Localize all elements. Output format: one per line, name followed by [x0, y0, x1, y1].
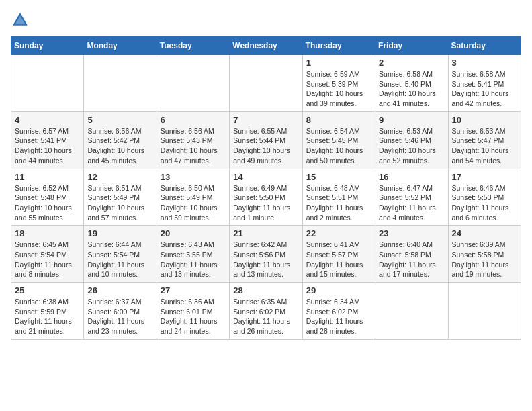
day-number: 17	[452, 172, 517, 182]
calendar-cell: 24Sunrise: 6:39 AM Sunset: 5:58 PM Dayli…	[448, 226, 521, 283]
calendar-cell: 16Sunrise: 6:47 AM Sunset: 5:52 PM Dayli…	[375, 169, 448, 226]
day-number: 10	[452, 115, 517, 125]
calendar-week-row: 4Sunrise: 6:57 AM Sunset: 5:41 PM Daylig…	[11, 111, 521, 169]
day-info: Sunrise: 6:39 AM Sunset: 5:58 PM Dayligh…	[452, 240, 517, 279]
day-info: Sunrise: 6:36 AM Sunset: 6:01 PM Dayligh…	[161, 297, 226, 336]
day-info: Sunrise: 6:46 AM Sunset: 5:53 PM Dayligh…	[452, 183, 517, 223]
calendar-cell	[448, 283, 521, 340]
day-info: Sunrise: 6:35 AM Sunset: 6:02 PM Dayligh…	[233, 297, 298, 336]
day-info: Sunrise: 6:40 AM Sunset: 5:58 PM Dayligh…	[379, 240, 444, 279]
calendar-cell: 1Sunrise: 6:59 AM Sunset: 5:39 PM Daylig…	[302, 55, 375, 112]
calendar-cell: 5Sunrise: 6:56 AM Sunset: 5:42 PM Daylig…	[84, 111, 157, 169]
day-info: Sunrise: 6:42 AM Sunset: 5:56 PM Dayligh…	[233, 240, 298, 279]
day-number: 8	[306, 115, 371, 125]
day-number: 21	[233, 228, 298, 238]
day-info: Sunrise: 6:56 AM Sunset: 5:43 PM Dayligh…	[161, 126, 226, 166]
day-info: Sunrise: 6:47 AM Sunset: 5:52 PM Dayligh…	[379, 183, 444, 223]
day-info: Sunrise: 6:59 AM Sunset: 5:39 PM Dayligh…	[306, 69, 371, 109]
day-info: Sunrise: 6:34 AM Sunset: 6:02 PM Dayligh…	[306, 297, 371, 336]
day-number: 14	[233, 172, 298, 182]
day-info: Sunrise: 6:45 AM Sunset: 5:54 PM Dayligh…	[15, 240, 80, 279]
weekday-header: Wednesday	[230, 37, 302, 55]
day-number: 2	[379, 58, 444, 68]
calendar-cell: 12Sunrise: 6:51 AM Sunset: 5:49 PM Dayli…	[84, 169, 157, 226]
day-info: Sunrise: 6:52 AM Sunset: 5:48 PM Dayligh…	[15, 183, 80, 223]
day-number: 13	[161, 172, 226, 182]
calendar-cell: 21Sunrise: 6:42 AM Sunset: 5:56 PM Dayli…	[230, 226, 302, 283]
weekday-header: Saturday	[448, 37, 521, 55]
day-number: 7	[233, 115, 298, 125]
calendar-cell	[11, 55, 84, 112]
day-info: Sunrise: 6:53 AM Sunset: 5:46 PM Dayligh…	[379, 126, 444, 166]
calendar-cell	[375, 283, 448, 340]
calendar-week-row: 11Sunrise: 6:52 AM Sunset: 5:48 PM Dayli…	[11, 169, 521, 226]
day-info: Sunrise: 6:48 AM Sunset: 5:51 PM Dayligh…	[306, 183, 371, 223]
calendar-cell: 17Sunrise: 6:46 AM Sunset: 5:53 PM Dayli…	[448, 169, 521, 226]
day-info: Sunrise: 6:53 AM Sunset: 5:47 PM Dayligh…	[452, 126, 517, 166]
calendar-cell	[84, 55, 157, 112]
day-info: Sunrise: 6:44 AM Sunset: 5:54 PM Dayligh…	[87, 240, 152, 279]
day-number: 27	[161, 285, 226, 295]
calendar-cell: 7Sunrise: 6:55 AM Sunset: 5:44 PM Daylig…	[230, 111, 302, 169]
calendar-cell: 4Sunrise: 6:57 AM Sunset: 5:41 PM Daylig…	[11, 111, 84, 169]
day-number: 20	[161, 228, 226, 238]
calendar-cell	[157, 55, 229, 112]
calendar-cell	[230, 55, 302, 112]
day-number: 22	[306, 228, 371, 238]
day-number: 23	[379, 228, 444, 238]
logo-icon	[11, 11, 30, 30]
day-number: 15	[306, 172, 371, 182]
calendar-cell: 26Sunrise: 6:37 AM Sunset: 6:00 PM Dayli…	[84, 283, 157, 340]
day-info: Sunrise: 6:56 AM Sunset: 5:42 PM Dayligh…	[87, 126, 152, 166]
day-number: 24	[452, 228, 517, 238]
weekday-header: Sunday	[11, 37, 84, 55]
day-info: Sunrise: 6:55 AM Sunset: 5:44 PM Dayligh…	[233, 126, 298, 166]
weekday-header: Friday	[375, 37, 448, 55]
day-info: Sunrise: 6:38 AM Sunset: 5:59 PM Dayligh…	[15, 297, 80, 336]
calendar-cell: 27Sunrise: 6:36 AM Sunset: 6:01 PM Dayli…	[157, 283, 229, 340]
calendar-cell: 2Sunrise: 6:58 AM Sunset: 5:40 PM Daylig…	[375, 55, 448, 112]
calendar-cell: 20Sunrise: 6:43 AM Sunset: 5:55 PM Dayli…	[157, 226, 229, 283]
day-number: 19	[87, 228, 152, 238]
calendar-cell: 23Sunrise: 6:40 AM Sunset: 5:58 PM Dayli…	[375, 226, 448, 283]
calendar-cell: 28Sunrise: 6:35 AM Sunset: 6:02 PM Dayli…	[230, 283, 302, 340]
calendar-week-row: 1Sunrise: 6:59 AM Sunset: 5:39 PM Daylig…	[11, 55, 521, 112]
day-number: 18	[15, 228, 80, 238]
calendar-cell: 18Sunrise: 6:45 AM Sunset: 5:54 PM Dayli…	[11, 226, 84, 283]
day-number: 26	[87, 285, 152, 295]
calendar-cell: 29Sunrise: 6:34 AM Sunset: 6:02 PM Dayli…	[302, 283, 375, 340]
calendar-table: SundayMondayTuesdayWednesdayThursdayFrid…	[11, 36, 521, 340]
calendar-cell: 10Sunrise: 6:53 AM Sunset: 5:47 PM Dayli…	[448, 111, 521, 169]
day-number: 29	[306, 285, 371, 295]
day-info: Sunrise: 6:43 AM Sunset: 5:55 PM Dayligh…	[161, 240, 226, 279]
calendar-cell: 25Sunrise: 6:38 AM Sunset: 5:59 PM Dayli…	[11, 283, 84, 340]
logo	[11, 11, 32, 30]
day-number: 12	[87, 172, 152, 182]
day-info: Sunrise: 6:54 AM Sunset: 5:45 PM Dayligh…	[306, 126, 371, 166]
calendar-week-row: 18Sunrise: 6:45 AM Sunset: 5:54 PM Dayli…	[11, 226, 521, 283]
calendar-cell: 15Sunrise: 6:48 AM Sunset: 5:51 PM Dayli…	[302, 169, 375, 226]
calendar-cell: 11Sunrise: 6:52 AM Sunset: 5:48 PM Dayli…	[11, 169, 84, 226]
calendar-cell: 19Sunrise: 6:44 AM Sunset: 5:54 PM Dayli…	[84, 226, 157, 283]
day-number: 9	[379, 115, 444, 125]
day-number: 28	[233, 285, 298, 295]
calendar-cell: 9Sunrise: 6:53 AM Sunset: 5:46 PM Daylig…	[375, 111, 448, 169]
day-info: Sunrise: 6:49 AM Sunset: 5:50 PM Dayligh…	[233, 183, 298, 223]
day-number: 11	[15, 172, 80, 182]
weekday-header: Thursday	[302, 37, 375, 55]
calendar-cell: 13Sunrise: 6:50 AM Sunset: 5:49 PM Dayli…	[157, 169, 229, 226]
weekday-header: Monday	[84, 37, 157, 55]
day-info: Sunrise: 6:58 AM Sunset: 5:41 PM Dayligh…	[452, 69, 517, 109]
day-number: 6	[161, 115, 226, 125]
calendar-cell: 6Sunrise: 6:56 AM Sunset: 5:43 PM Daylig…	[157, 111, 229, 169]
weekday-header-row: SundayMondayTuesdayWednesdayThursdayFrid…	[11, 37, 521, 55]
day-info: Sunrise: 6:50 AM Sunset: 5:49 PM Dayligh…	[161, 183, 226, 223]
calendar-cell: 14Sunrise: 6:49 AM Sunset: 5:50 PM Dayli…	[230, 169, 302, 226]
day-number: 25	[15, 285, 80, 295]
calendar-cell: 22Sunrise: 6:41 AM Sunset: 5:57 PM Dayli…	[302, 226, 375, 283]
calendar-cell: 3Sunrise: 6:58 AM Sunset: 5:41 PM Daylig…	[448, 55, 521, 112]
day-number: 1	[306, 58, 371, 68]
page-header	[11, 11, 521, 30]
day-info: Sunrise: 6:51 AM Sunset: 5:49 PM Dayligh…	[87, 183, 152, 223]
day-number: 4	[15, 115, 80, 125]
